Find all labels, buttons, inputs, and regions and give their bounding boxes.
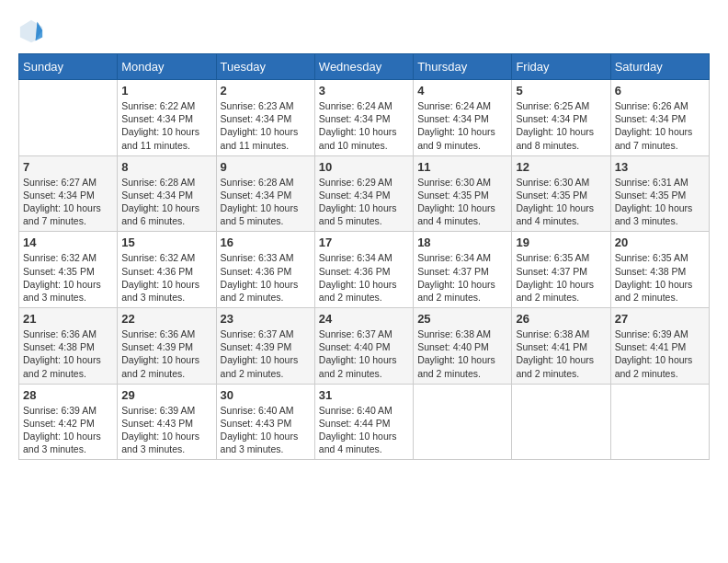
week-row-4: 28Sunrise: 6:39 AMSunset: 4:42 PMDayligh…	[19, 384, 710, 460]
day-info: Sunrise: 6:28 AMSunset: 4:34 PMDaylight:…	[121, 176, 211, 228]
day-info: Sunrise: 6:34 AMSunset: 4:37 PMDaylight:…	[417, 251, 507, 304]
day-number: 31	[319, 388, 409, 402]
day-number: 3	[319, 84, 409, 98]
day-number: 25	[417, 312, 507, 326]
day-number: 30	[221, 388, 311, 402]
header-cell-sunday: Sunday	[19, 54, 118, 80]
day-cell	[19, 80, 118, 156]
day-cell	[414, 384, 512, 460]
day-info: Sunrise: 6:23 AMSunset: 4:34 PMDaylight:…	[221, 99, 311, 152]
day-cell: 1Sunrise: 6:22 AMSunset: 4:34 PMDaylight…	[118, 80, 216, 156]
page-header	[18, 18, 710, 44]
day-cell: 29Sunrise: 6:39 AMSunset: 4:43 PMDayligh…	[118, 384, 216, 460]
day-cell: 30Sunrise: 6:40 AMSunset: 4:43 PMDayligh…	[216, 384, 314, 460]
header-cell-thursday: Thursday	[414, 54, 512, 80]
day-info: Sunrise: 6:38 AMSunset: 4:40 PMDaylight:…	[417, 327, 507, 380]
week-row-2: 14Sunrise: 6:32 AMSunset: 4:35 PMDayligh…	[19, 232, 710, 308]
day-info: Sunrise: 6:25 AMSunset: 4:34 PMDaylight:…	[516, 99, 606, 152]
day-number: 2	[221, 84, 311, 98]
day-number: 17	[319, 236, 409, 249]
day-info: Sunrise: 6:26 AMSunset: 4:34 PMDaylight:…	[615, 99, 705, 152]
day-info: Sunrise: 6:28 AMSunset: 4:34 PMDaylight:…	[221, 176, 311, 228]
day-info: Sunrise: 6:32 AMSunset: 4:36 PMDaylight:…	[121, 251, 211, 304]
day-number: 18	[417, 236, 507, 249]
day-cell: 23Sunrise: 6:37 AMSunset: 4:39 PMDayligh…	[216, 308, 314, 385]
day-cell: 4Sunrise: 6:24 AMSunset: 4:34 PMDaylight…	[414, 80, 512, 156]
day-number: 8	[121, 160, 211, 174]
day-info: Sunrise: 6:36 AMSunset: 4:39 PMDaylight:…	[121, 327, 211, 380]
day-cell: 22Sunrise: 6:36 AMSunset: 4:39 PMDayligh…	[118, 308, 216, 385]
day-info: Sunrise: 6:39 AMSunset: 4:41 PMDaylight:…	[615, 327, 705, 380]
calendar-body: 1Sunrise: 6:22 AMSunset: 4:34 PMDaylight…	[19, 80, 710, 460]
day-info: Sunrise: 6:24 AMSunset: 4:34 PMDaylight:…	[417, 99, 507, 152]
day-info: Sunrise: 6:40 AMSunset: 4:44 PMDaylight:…	[319, 404, 409, 456]
day-number: 10	[319, 160, 409, 174]
day-info: Sunrise: 6:37 AMSunset: 4:40 PMDaylight:…	[319, 327, 409, 380]
day-number: 23	[221, 312, 311, 326]
day-cell: 25Sunrise: 6:38 AMSunset: 4:40 PMDayligh…	[414, 308, 512, 385]
day-cell: 3Sunrise: 6:24 AMSunset: 4:34 PMDaylight…	[314, 80, 413, 156]
day-info: Sunrise: 6:32 AMSunset: 4:35 PMDaylight:…	[23, 251, 113, 304]
day-info: Sunrise: 6:36 AMSunset: 4:38 PMDaylight:…	[23, 327, 113, 380]
day-info: Sunrise: 6:27 AMSunset: 4:34 PMDaylight:…	[23, 176, 113, 228]
day-number: 5	[516, 84, 606, 98]
day-number: 21	[23, 312, 113, 326]
day-info: Sunrise: 6:34 AMSunset: 4:36 PMDaylight:…	[319, 251, 409, 304]
day-info: Sunrise: 6:35 AMSunset: 4:38 PMDaylight:…	[615, 251, 705, 304]
day-info: Sunrise: 6:30 AMSunset: 4:35 PMDaylight:…	[417, 176, 507, 228]
day-info: Sunrise: 6:39 AMSunset: 4:42 PMDaylight:…	[23, 404, 113, 456]
week-row-0: 1Sunrise: 6:22 AMSunset: 4:34 PMDaylight…	[19, 80, 710, 156]
day-cell: 8Sunrise: 6:28 AMSunset: 4:34 PMDaylight…	[118, 155, 216, 232]
day-cell: 5Sunrise: 6:25 AMSunset: 4:34 PMDaylight…	[512, 80, 610, 156]
day-number: 1	[121, 84, 211, 98]
day-number: 6	[615, 84, 705, 98]
day-info: Sunrise: 6:39 AMSunset: 4:43 PMDaylight:…	[121, 404, 211, 456]
day-cell: 15Sunrise: 6:32 AMSunset: 4:36 PMDayligh…	[118, 232, 216, 308]
day-cell: 13Sunrise: 6:31 AMSunset: 4:35 PMDayligh…	[610, 155, 709, 232]
day-number: 14	[23, 236, 113, 249]
day-info: Sunrise: 6:30 AMSunset: 4:35 PMDaylight:…	[516, 176, 606, 228]
day-cell: 6Sunrise: 6:26 AMSunset: 4:34 PMDaylight…	[610, 80, 709, 156]
calendar-header: SundayMondayTuesdayWednesdayThursdayFrid…	[19, 54, 710, 80]
day-number: 28	[23, 388, 113, 402]
day-info: Sunrise: 6:29 AMSunset: 4:34 PMDaylight:…	[319, 176, 409, 228]
day-cell: 16Sunrise: 6:33 AMSunset: 4:36 PMDayligh…	[216, 232, 314, 308]
logo-icon	[18, 18, 44, 44]
day-number: 11	[417, 160, 507, 174]
logo	[18, 18, 48, 44]
day-cell: 27Sunrise: 6:39 AMSunset: 4:41 PMDayligh…	[610, 308, 709, 385]
day-number: 27	[615, 312, 705, 326]
day-number: 16	[221, 236, 311, 249]
day-cell: 9Sunrise: 6:28 AMSunset: 4:34 PMDaylight…	[216, 155, 314, 232]
day-cell: 19Sunrise: 6:35 AMSunset: 4:37 PMDayligh…	[512, 232, 610, 308]
day-cell	[610, 384, 709, 460]
day-number: 20	[615, 236, 705, 249]
day-cell: 17Sunrise: 6:34 AMSunset: 4:36 PMDayligh…	[314, 232, 413, 308]
day-cell: 18Sunrise: 6:34 AMSunset: 4:37 PMDayligh…	[414, 232, 512, 308]
day-number: 15	[121, 236, 211, 249]
day-number: 26	[516, 312, 606, 326]
day-number: 7	[23, 160, 113, 174]
day-number: 29	[121, 388, 211, 402]
day-cell: 7Sunrise: 6:27 AMSunset: 4:34 PMDaylight…	[19, 155, 118, 232]
header-cell-monday: Monday	[118, 54, 216, 80]
day-cell	[512, 384, 610, 460]
day-info: Sunrise: 6:40 AMSunset: 4:43 PMDaylight:…	[221, 404, 311, 456]
day-cell: 26Sunrise: 6:38 AMSunset: 4:41 PMDayligh…	[512, 308, 610, 385]
header-cell-wednesday: Wednesday	[314, 54, 413, 80]
day-cell: 24Sunrise: 6:37 AMSunset: 4:40 PMDayligh…	[314, 308, 413, 385]
day-number: 4	[417, 84, 507, 98]
day-number: 13	[615, 160, 705, 174]
day-cell: 28Sunrise: 6:39 AMSunset: 4:42 PMDayligh…	[19, 384, 118, 460]
day-cell: 14Sunrise: 6:32 AMSunset: 4:35 PMDayligh…	[19, 232, 118, 308]
week-row-3: 21Sunrise: 6:36 AMSunset: 4:38 PMDayligh…	[19, 308, 710, 385]
calendar-table: SundayMondayTuesdayWednesdayThursdayFrid…	[18, 53, 710, 460]
day-cell: 31Sunrise: 6:40 AMSunset: 4:44 PMDayligh…	[314, 384, 413, 460]
day-info: Sunrise: 6:22 AMSunset: 4:34 PMDaylight:…	[121, 99, 211, 152]
day-info: Sunrise: 6:33 AMSunset: 4:36 PMDaylight:…	[221, 251, 311, 304]
header-row: SundayMondayTuesdayWednesdayThursdayFrid…	[19, 54, 710, 80]
week-row-1: 7Sunrise: 6:27 AMSunset: 4:34 PMDaylight…	[19, 155, 710, 232]
day-info: Sunrise: 6:35 AMSunset: 4:37 PMDaylight:…	[516, 251, 606, 304]
day-cell: 12Sunrise: 6:30 AMSunset: 4:35 PMDayligh…	[512, 155, 610, 232]
day-number: 9	[221, 160, 311, 174]
